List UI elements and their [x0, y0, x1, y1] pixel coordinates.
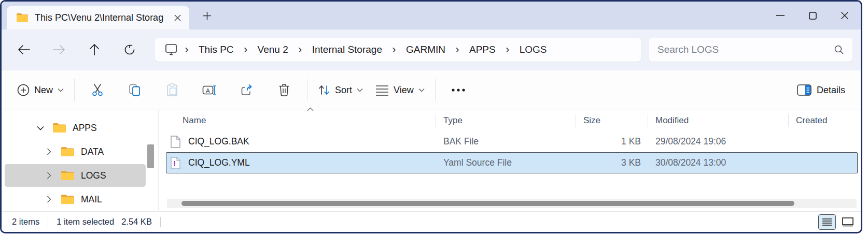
breadcrumb-garmin[interactable]: GARMIN — [400, 41, 452, 58]
file-modified: 30/08/2024 13:00 — [648, 157, 789, 168]
chevron-right-icon[interactable] — [42, 172, 55, 179]
new-tab-button[interactable] — [198, 6, 216, 25]
status-bar: 2 items 1 item selected 2.54 KB — [2, 211, 861, 232]
file-type: Yaml Source File — [436, 157, 576, 168]
tab-title: This PC\Venu 2\Internal Storag — [35, 12, 163, 23]
up-button[interactable] — [82, 39, 106, 61]
status-separator — [48, 217, 48, 227]
folder-icon — [61, 194, 75, 205]
details-view-toggle[interactable] — [818, 214, 836, 230]
breadcrumb-separator-icon — [240, 44, 251, 55]
chevron-down-icon — [357, 88, 363, 92]
column-header-name[interactable]: Name — [166, 114, 436, 127]
details-pane-icon — [797, 84, 811, 96]
horizontal-scrollbar[interactable] — [167, 199, 857, 208]
sidebar-item-label: DATA — [81, 146, 104, 157]
sort-ascending-icon — [307, 107, 314, 111]
folder-icon — [52, 122, 66, 134]
toolbar-separator — [307, 79, 307, 101]
file-list-pane: Name Type Size Modified Created CIQ_LOG.… — [158, 110, 861, 211]
column-header-created[interactable]: Created — [789, 114, 858, 127]
chevron-down-icon — [418, 88, 425, 92]
toolbar-separator — [74, 79, 75, 101]
sidebar-item-label: APPS — [73, 123, 97, 134]
view-button-label: View — [394, 85, 414, 96]
yml-file-icon: ! — [170, 156, 181, 170]
view-button[interactable]: View — [369, 78, 431, 102]
paste-button[interactable] — [159, 78, 185, 102]
sort-button[interactable]: Sort — [312, 78, 369, 102]
titlebar: This PC\Venu 2\Internal Storag — [2, 2, 861, 30]
minimize-button[interactable] — [764, 2, 796, 30]
window-controls — [764, 2, 861, 30]
file-size: 3 KB — [576, 157, 648, 168]
tab-close-icon[interactable] — [170, 10, 185, 25]
refresh-button[interactable] — [118, 39, 142, 61]
view-toggles — [818, 214, 857, 230]
file-row-ciq-log-bak[interactable]: CIQ_LOG.BAK BAK File 1 KB 29/08/2024 19:… — [166, 131, 858, 152]
breadcrumb-separator-icon — [295, 44, 306, 55]
rename-button[interactable]: A — [197, 78, 222, 102]
column-header-type[interactable]: Type — [436, 114, 576, 127]
search-input[interactable] — [657, 44, 834, 55]
file-size: 1 KB — [576, 136, 648, 147]
search-icon — [834, 45, 844, 55]
plus-circle-icon — [17, 84, 30, 96]
large-icons-view-toggle[interactable] — [839, 214, 857, 230]
file-row-ciq-log-yml[interactable]: ! CIQ_LOG.YML Yaml Source File 3 KB 30/0… — [166, 152, 858, 173]
cut-button[interactable] — [85, 78, 110, 102]
chevron-right-icon[interactable] — [42, 196, 55, 203]
this-pc-icon — [160, 43, 181, 56]
folder-icon — [61, 170, 75, 181]
sort-arrows-icon — [318, 84, 330, 96]
column-header-size[interactable]: Size — [576, 114, 648, 127]
column-headers: Name Type Size Modified Created — [166, 110, 858, 131]
file-name: CIQ_LOG.BAK — [188, 136, 249, 147]
toolbar-separator — [435, 79, 436, 101]
selection-size: 2.54 KB — [121, 217, 152, 227]
file-type: BAK File — [436, 136, 576, 147]
explorer-tab[interactable]: This PC\Venu 2\Internal Storag — [7, 6, 189, 30]
breadcrumb-logs[interactable]: LOGS — [513, 41, 553, 58]
back-button[interactable] — [12, 39, 36, 61]
sidebar-item-label: MAIL — [81, 194, 102, 205]
sidebar-scrollbar-thumb[interactable] — [147, 144, 154, 168]
folder-icon — [16, 12, 29, 23]
sort-button-label: Sort — [335, 85, 352, 96]
copy-button[interactable] — [122, 78, 148, 102]
maximize-button[interactable] — [796, 2, 829, 30]
more-options-button[interactable] — [445, 78, 471, 102]
breadcrumb-this-pc[interactable]: This PC — [192, 41, 240, 58]
address-bar[interactable]: This PC Venu 2 Internal Storage GARMIN A… — [155, 38, 641, 62]
horizontal-scrollbar-thumb[interactable] — [181, 201, 794, 206]
file-name: CIQ_LOG.YML — [188, 157, 250, 168]
navigation-bar: This PC Venu 2 Internal Storage GARMIN A… — [2, 30, 861, 70]
search-box[interactable] — [649, 38, 852, 62]
new-button[interactable]: New — [11, 78, 70, 102]
sidebar-item-apps[interactable]: APPS — [5, 116, 146, 139]
selection-count: 1 item selected — [57, 217, 114, 227]
breadcrumb-separator-icon — [181, 44, 192, 55]
status-separator — [160, 217, 161, 227]
breadcrumb-separator-icon — [452, 44, 463, 55]
items-count: 2 items — [12, 217, 39, 227]
breadcrumb-internal-storage[interactable]: Internal Storage — [306, 41, 388, 58]
delete-button[interactable] — [271, 78, 297, 102]
file-explorer-window: This PC\Venu 2\Internal Storag — [0, 0, 862, 233]
chevron-down-icon[interactable] — [34, 126, 47, 130]
sidebar-item-data[interactable]: DATA — [5, 140, 146, 163]
forward-button[interactable] — [47, 39, 71, 61]
column-header-modified[interactable]: Modified — [648, 114, 789, 127]
close-window-button[interactable] — [829, 2, 861, 30]
share-button[interactable] — [234, 78, 260, 102]
command-toolbar: New — [2, 70, 861, 110]
chevron-right-icon[interactable] — [42, 148, 55, 155]
breadcrumb-separator-icon — [388, 44, 400, 55]
breadcrumb-apps[interactable]: APPS — [463, 41, 502, 58]
content-area: APPS DATA — [2, 110, 861, 211]
breadcrumb-venu-2[interactable]: Venu 2 — [251, 41, 295, 58]
sidebar-item-mail[interactable]: MAIL — [5, 188, 146, 211]
folder-icon — [61, 146, 75, 157]
sidebar-item-logs[interactable]: LOGS — [5, 164, 146, 187]
details-pane-button[interactable]: Details — [791, 78, 851, 102]
